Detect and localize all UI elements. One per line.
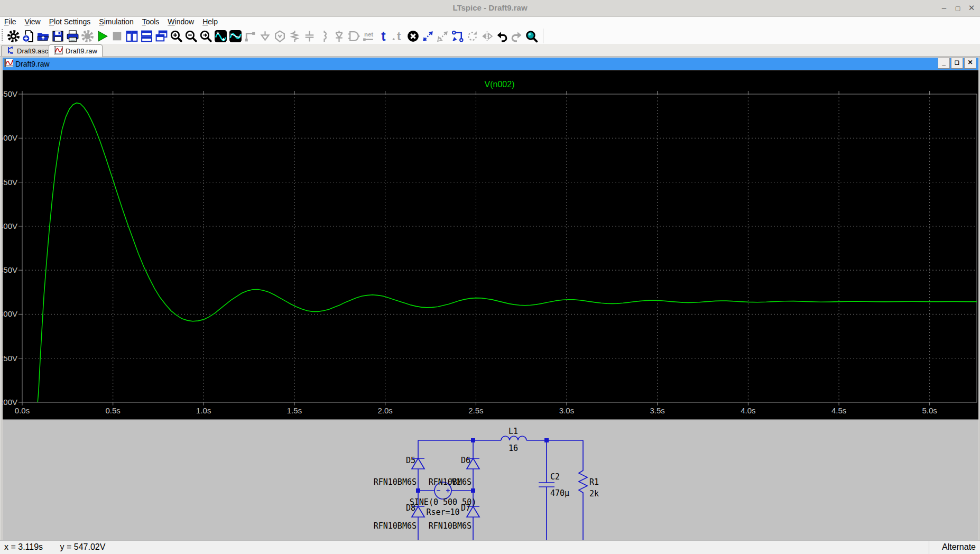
menu-simulation[interactable]: Simulation — [95, 17, 137, 27]
svg-text:t: t — [396, 30, 401, 43]
halt-icon[interactable] — [109, 29, 124, 43]
junction-dot — [416, 488, 420, 493]
net-label-icon[interactable] — [272, 29, 287, 43]
y-tick-label: 500V — [3, 133, 17, 142]
capacitor-icon[interactable] — [302, 29, 317, 43]
x-tick-label: 0.0s — [15, 406, 30, 415]
move-icon[interactable] — [420, 29, 435, 43]
param-V1[interactable]: Rser=10 — [426, 507, 459, 517]
tab-draft9-raw[interactable]: Draft9.raw — [49, 44, 103, 57]
plot-close-button[interactable]: ✕ — [964, 58, 976, 69]
statusbar-separator — [929, 541, 929, 554]
toolbar: nettt — [0, 27, 980, 44]
waveform-settings-icon[interactable] — [228, 29, 243, 43]
zoom-in-icon[interactable] — [169, 29, 183, 43]
cascade-icon[interactable] — [154, 29, 169, 43]
value-L1[interactable]: 16 — [509, 444, 518, 453]
drag-icon[interactable] — [450, 29, 465, 43]
label-L1[interactable]: L1 — [509, 427, 518, 436]
new-schematic-icon[interactable] — [21, 29, 35, 43]
plot-background — [3, 70, 978, 419]
x-tick-label: 5.0s — [922, 406, 937, 415]
rotate-icon[interactable] — [465, 29, 479, 43]
ltspice-app: LTspice - Draft9.raw – ▢ ✕ FileViewPlot … — [0, 0, 980, 554]
toolbar-grip[interactable] — [2, 29, 3, 42]
waveform-plot[interactable]: 0.0s0.5s1.0s1.5s2.0s2.5s3.0s3.5s4.0s4.5s… — [3, 70, 978, 419]
control-panel-icon[interactable] — [6, 29, 21, 43]
junction-dot — [471, 488, 475, 493]
cursor-x-readout: x = 3.119s — [4, 542, 43, 551]
model-D5[interactable]: RFN10BM6S — [374, 477, 417, 487]
label-R1[interactable]: R1 — [589, 477, 599, 487]
zoom-extents-icon[interactable] — [198, 29, 213, 43]
menu-tools[interactable]: Tools — [138, 17, 164, 27]
plot-restore-button[interactable]: ❑ — [951, 58, 963, 69]
resistor-R1[interactable] — [579, 440, 587, 540]
menu-window[interactable]: Window — [163, 17, 198, 27]
ground-icon[interactable] — [257, 29, 272, 43]
y-tick-label: 400V — [3, 221, 17, 230]
label-C2[interactable]: C2 — [550, 472, 560, 482]
label-D7[interactable]: D7 — [461, 503, 470, 513]
find-icon[interactable] — [524, 29, 539, 43]
mirror-icon[interactable] — [479, 29, 494, 43]
menu-bar: FileViewPlot SettingsSimulationToolsWind… — [0, 17, 980, 27]
wire-icon[interactable] — [243, 29, 257, 43]
autorange-y-icon[interactable] — [213, 29, 228, 43]
model-D8[interactable]: RFN10BM6S — [374, 521, 417, 531]
schematic-drawing: L1 16 D5 D6 RFN10BM6S RFN10BM6S V1 SINE(… — [3, 420, 978, 540]
tile-vertical-icon[interactable] — [124, 29, 139, 43]
window-title: LTspice - Draft9.raw — [0, 3, 980, 12]
window-maximize-button[interactable]: ▢ — [951, 2, 964, 14]
label-D6[interactable]: D6 — [461, 456, 470, 465]
tab-draft9-asc[interactable]: Draft9.asc — [1, 45, 53, 56]
menu-file[interactable]: File — [0, 17, 21, 27]
waveform-icon — [4, 59, 13, 69]
pause-icon[interactable] — [80, 29, 95, 43]
schematic-icon — [6, 46, 14, 56]
value-R1[interactable]: 2k — [589, 489, 599, 498]
junction-dot — [544, 438, 549, 442]
component-icon[interactable] — [346, 29, 361, 43]
os-titlebar: LTspice - Draft9.raw – ▢ ✕ — [0, 0, 980, 17]
copy-icon[interactable] — [435, 29, 450, 43]
menu-help[interactable]: Help — [198, 17, 222, 27]
menu-view[interactable]: View — [21, 17, 45, 27]
label-D8[interactable]: D8 — [406, 503, 415, 513]
inductor-icon[interactable] — [317, 29, 331, 43]
model-D7[interactable]: RFN10BM6S — [429, 521, 471, 531]
undo-icon[interactable] — [494, 29, 509, 43]
x-tick-label: 2.0s — [378, 406, 393, 415]
plot-window-titlebar[interactable]: Draft9.raw — [3, 58, 978, 70]
label-D5[interactable]: D5 — [406, 456, 415, 465]
waveform-icon — [54, 46, 63, 56]
menu-plot-settings[interactable]: Plot Settings — [45, 17, 95, 27]
zoom-out-icon[interactable] — [183, 29, 198, 43]
print-icon[interactable] — [65, 29, 80, 43]
plot-minimize-button[interactable]: _ — [938, 58, 950, 69]
spice-directive-icon[interactable]: t — [391, 29, 405, 43]
junction-dot — [471, 438, 475, 442]
redo-icon[interactable] — [509, 29, 524, 43]
delete-icon[interactable] — [405, 29, 420, 43]
inductor-L1[interactable] — [501, 436, 526, 440]
y-tick-label: 450V — [3, 178, 17, 187]
diode-icon[interactable] — [331, 29, 346, 43]
value-C2[interactable]: 470µ — [550, 488, 569, 498]
model-D6[interactable]: RFN10BM6S — [429, 477, 471, 487]
save-icon[interactable] — [50, 29, 65, 43]
text-icon[interactable]: t — [376, 29, 391, 43]
schematic-pane[interactable]: L1 16 D5 D6 RFN10BM6S RFN10BM6S V1 SINE(… — [3, 419, 978, 541]
window-close-button[interactable]: ✕ — [965, 2, 978, 14]
waveform-pane[interactable]: 0.0s0.5s1.0s1.5s2.0s2.5s3.0s3.5s4.0s4.5s… — [3, 70, 978, 419]
tab-label: Draft9.asc — [17, 47, 48, 55]
run-icon[interactable] — [95, 29, 109, 43]
window-minimize-button[interactable]: – — [938, 2, 950, 14]
open-icon[interactable] — [35, 29, 50, 43]
net-name-icon[interactable]: net — [361, 29, 376, 43]
tab-bar: Draft9.asc Draft9.raw — [0, 44, 980, 57]
tile-horizontal-icon[interactable] — [139, 29, 154, 43]
y-tick-label: 350V — [3, 265, 17, 274]
label-V1[interactable]: V1 — [451, 477, 461, 487]
resistor-icon[interactable] — [287, 29, 302, 43]
